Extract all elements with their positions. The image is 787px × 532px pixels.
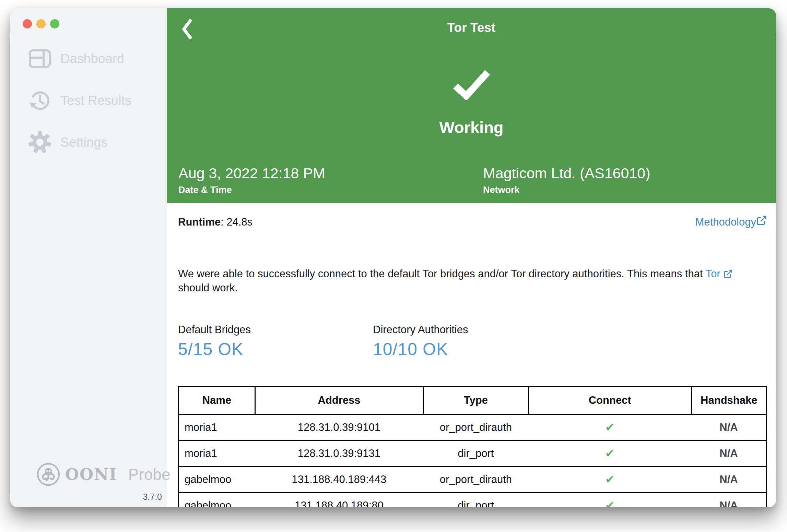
result-hero: Tor Test Working Aug 3, 2022 12:18 PM Da…	[167, 8, 776, 203]
cell-handshake: N/A	[691, 414, 766, 440]
table-row: moria1 128.31.0.39:9101 or_port_dirauth …	[179, 414, 767, 440]
cell-connect: ✔	[528, 440, 691, 467]
table-row: gabelmoo 131.188.40.189:443 or_port_dira…	[179, 467, 767, 493]
cell-address: 128.31.0.39:9101	[255, 414, 423, 440]
column-header-connect: Connect	[528, 387, 691, 414]
column-header-type: Type	[423, 387, 529, 414]
cell-handshake: N/A	[691, 467, 766, 493]
tor-link[interactable]: Tor	[706, 268, 720, 280]
cell-type: or_port_dirauth	[423, 467, 529, 493]
hero-meta: Aug 3, 2022 12:18 PM Date & Time Magtico…	[167, 165, 776, 195]
connect-ok-icon: ✔	[605, 447, 615, 460]
table-row: moria1 128.31.0.39:9131 dir_port ✔ N/A	[179, 440, 767, 467]
app-logo: OONI Probe	[36, 462, 162, 486]
stat-value: 5/15 OK	[178, 339, 373, 359]
brand-wordmark: OONI	[65, 465, 117, 484]
column-header-address: Address	[255, 387, 423, 414]
sidebar-item-test-results[interactable]: Test Results	[10, 80, 167, 121]
runtime-label: Runtime	[178, 216, 221, 228]
stat-directory-authorities: Directory Authorities 10/10 OK	[373, 324, 468, 359]
sidebar-item-label: Settings	[60, 135, 107, 150]
gear-icon	[27, 130, 52, 155]
sidebar-item-label: Test Results	[60, 93, 131, 108]
results-table: Name Address Type Connect Handshake mori…	[178, 386, 767, 507]
runtime-value: : 24.8s	[221, 216, 252, 228]
app-logo-area: OONI Probe 3.7.0	[36, 462, 162, 502]
app-window: Dashboard Test Results	[10, 8, 776, 507]
datetime-block: Aug 3, 2022 12:18 PM Date & Time	[167, 165, 471, 195]
network-label: Network	[483, 185, 776, 195]
page-title: Tor Test	[167, 21, 776, 35]
cell-name: moria1	[179, 414, 255, 440]
cell-connect: ✔	[528, 414, 691, 440]
cell-address: 128.31.0.39:9131	[255, 440, 423, 467]
methodology-label: Methodology	[695, 216, 756, 228]
ooni-octopus-icon	[36, 462, 60, 486]
stat-value: 10/10 OK	[373, 339, 468, 359]
column-header-name: Name	[179, 387, 255, 414]
runtime-row: Runtime: 24.8s Methodology	[178, 216, 767, 228]
external-link-icon	[723, 269, 733, 279]
cell-name: gabelmoo	[179, 467, 255, 493]
cell-type: or_port_dirauth	[423, 414, 529, 440]
runtime-text: Runtime: 24.8s	[178, 216, 252, 228]
cell-handshake: N/A	[691, 493, 766, 508]
stats-row: Default Bridges 5/15 OK Directory Author…	[178, 324, 767, 359]
success-check-icon	[167, 70, 776, 100]
sidebar-item-settings[interactable]: Settings	[10, 121, 167, 163]
sidebar: Dashboard Test Results	[10, 8, 167, 507]
cell-address: 131.188.40.189:80	[255, 493, 423, 508]
close-window-button[interactable]	[23, 19, 32, 28]
window-controls	[23, 19, 59, 28]
result-description: We were able to successfully connect to …	[178, 267, 767, 295]
cell-handshake: N/A	[691, 440, 766, 467]
table-row: gabelmoo 131.188.40.189:80 dir_port ✔ N/…	[179, 493, 767, 508]
column-header-handshake: Handshake	[691, 387, 766, 414]
network-value: Magticom Ltd. (AS16010)	[483, 165, 776, 182]
datetime-label: Date & Time	[178, 185, 471, 195]
sidebar-item-dashboard[interactable]: Dashboard	[10, 38, 167, 80]
description-text: should work.	[178, 282, 238, 294]
stat-default-bridges: Default Bridges 5/15 OK	[178, 324, 373, 359]
history-icon	[27, 88, 52, 113]
sidebar-item-label: Dashboard	[60, 51, 124, 66]
cell-connect: ✔	[528, 467, 691, 493]
connect-ok-icon: ✔	[605, 421, 615, 434]
minimize-window-button[interactable]	[36, 19, 46, 28]
dashboard-icon	[27, 46, 52, 71]
cell-type: dir_port	[423, 493, 529, 508]
connect-ok-icon: ✔	[605, 499, 615, 507]
stat-label: Default Bridges	[178, 324, 373, 336]
zoom-window-button[interactable]	[50, 19, 59, 28]
product-wordmark: Probe	[128, 465, 171, 484]
connect-ok-icon: ✔	[605, 473, 615, 486]
methodology-link[interactable]: Methodology	[695, 216, 767, 228]
cell-name: moria1	[179, 440, 255, 467]
stat-label: Directory Authorities	[373, 324, 468, 336]
cell-connect: ✔	[528, 493, 691, 508]
description-text: We were able to successfully connect to …	[178, 268, 706, 280]
table-header-row: Name Address Type Connect Handshake	[179, 387, 767, 414]
cell-type: dir_port	[423, 440, 529, 467]
network-block: Magticom Ltd. (AS16010) Network	[471, 165, 776, 195]
cell-address: 131.188.40.189:443	[255, 467, 423, 493]
datetime-value: Aug 3, 2022 12:18 PM	[178, 165, 471, 182]
status-text: Working	[167, 118, 776, 137]
external-link-icon	[756, 215, 767, 226]
cell-name: gabelmoo	[179, 493, 255, 508]
app-version: 3.7.0	[36, 492, 162, 502]
sidebar-nav: Dashboard Test Results	[10, 38, 167, 163]
main-panel: Tor Test Working Aug 3, 2022 12:18 PM Da…	[167, 8, 776, 507]
result-details: Runtime: 24.8s Methodology We were able …	[167, 203, 776, 507]
